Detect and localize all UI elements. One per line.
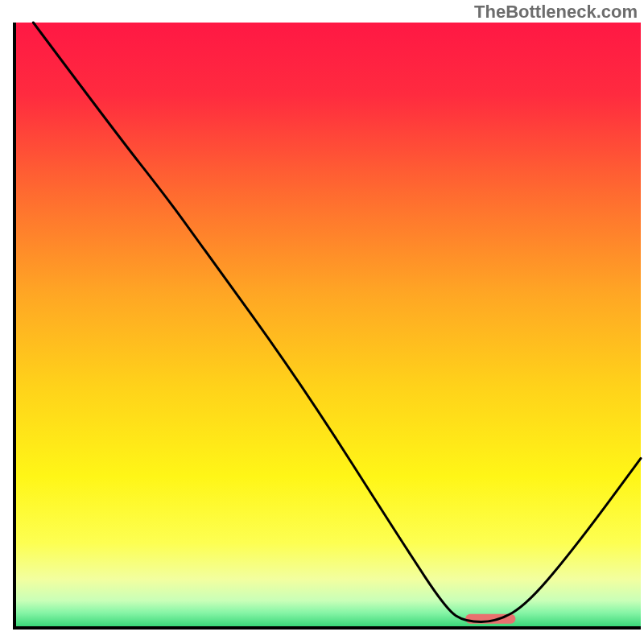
bottleneck-chart xyxy=(0,0,644,644)
gradient-background xyxy=(14,23,641,628)
chart-container: TheBottleneck.com xyxy=(0,0,644,644)
